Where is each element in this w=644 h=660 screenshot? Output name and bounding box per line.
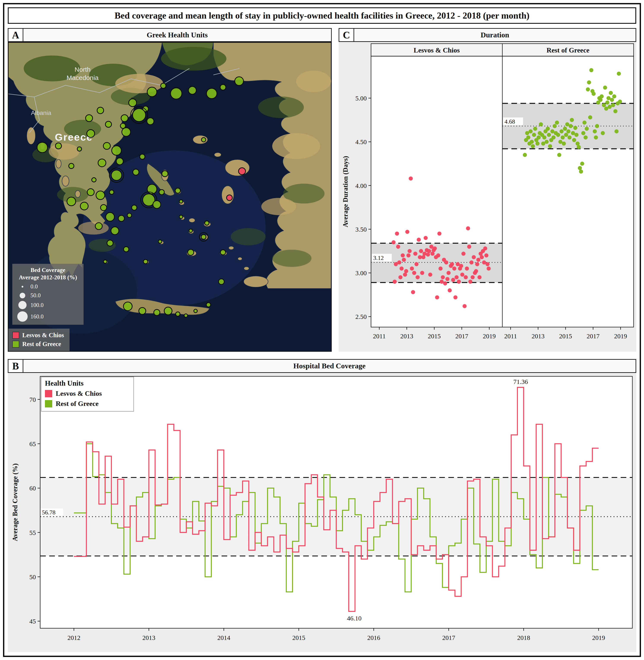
duration-point	[617, 71, 621, 76]
size-dot-2	[18, 301, 27, 309]
duration-point	[433, 246, 437, 250]
health-unit-bubble	[104, 260, 107, 263]
duration-point	[444, 260, 448, 265]
size-legend-row: 50.0	[15, 292, 82, 299]
duration-point	[452, 267, 456, 271]
duration-point	[424, 236, 428, 240]
duration-point	[588, 115, 592, 119]
health-unit-bubble	[133, 169, 139, 175]
health-unit-bubble	[153, 201, 161, 208]
size-label-0: 0.0	[30, 283, 38, 290]
duration-point	[451, 278, 455, 282]
duration-point	[615, 129, 619, 133]
rest-label: Rest of Greece	[22, 340, 61, 348]
size-dot-cell	[15, 293, 30, 298]
duration-point	[415, 275, 420, 279]
health-unit-bubble	[55, 143, 61, 149]
health-unit-bubble	[189, 229, 192, 232]
health-unit-bubble	[227, 195, 232, 201]
duration-point	[564, 133, 568, 137]
x-tick-label: 2016	[367, 634, 380, 641]
legend-row-lesvos: Lesvos & Chios	[45, 389, 129, 397]
duration-point	[555, 120, 559, 124]
health-unit-bubble	[170, 88, 182, 99]
health-unit-bubble	[184, 314, 188, 317]
y-tick-label: 3.50	[355, 226, 367, 233]
x-tick-label: 2018	[517, 634, 530, 641]
duration-point	[581, 131, 585, 135]
size-legend-title-2: Average 2012-2018 (%)	[15, 274, 82, 281]
x-tick-label: 2017	[586, 333, 599, 340]
duration-point	[441, 275, 445, 279]
health-unit-bubble	[176, 312, 180, 316]
x-tick-label: 2011	[373, 333, 386, 340]
health-unit-bubble	[161, 83, 166, 88]
bubble-size-legend: Bed Coverage Average 2012-2018 (%) 0.0 5…	[12, 264, 84, 325]
health-unit-bubble	[143, 259, 148, 264]
duration-point	[553, 124, 557, 128]
health-unit-bubble	[118, 215, 124, 222]
duration-point	[455, 275, 459, 279]
legend-row-lesvos: Lesvos & Chios	[12, 332, 64, 339]
health-unit-bubble	[69, 163, 74, 168]
duration-point	[484, 253, 488, 257]
figure-title: Bed coverage and mean length of stay in …	[8, 7, 636, 24]
mean-label: 3.12	[373, 254, 384, 261]
duration-point	[613, 109, 617, 113]
duration-point	[404, 269, 408, 273]
size-legend-row: 0.0	[15, 283, 82, 290]
health-unit-bubble	[106, 212, 114, 221]
duration-point	[468, 279, 472, 284]
mean-label: 56.78	[42, 509, 55, 516]
duration-point	[592, 92, 596, 96]
health-unit-bubble	[116, 158, 123, 165]
duration-point	[546, 127, 550, 131]
duration-point	[463, 304, 467, 308]
label-north-macedonia-line1: North	[74, 66, 91, 73]
duration-point	[453, 295, 457, 299]
lesvos-label: Lesvos & Chios	[56, 389, 102, 397]
size-dot-0	[22, 286, 23, 288]
health-unit-bubble	[159, 190, 164, 195]
duration-svg: Lesvos & Chios3.1220112013201520172019Re…	[339, 42, 636, 352]
x-tick-label: 2019	[483, 333, 496, 340]
x-tick-label: 2019	[614, 333, 627, 340]
duration-point	[436, 253, 440, 257]
health-unit-bubble	[206, 303, 211, 307]
y-tick-label: 45	[29, 618, 36, 625]
x-tick-label: 2013	[400, 333, 413, 340]
duration-point	[552, 135, 556, 140]
mean-label: 4.68	[505, 118, 515, 125]
panel-bed-header: B Hospital Bed Coverage	[8, 359, 636, 373]
duration-point	[523, 153, 527, 157]
legend-title: Health Units	[45, 379, 129, 387]
health-unit-bubble	[77, 147, 82, 151]
duration-point	[609, 91, 613, 95]
duration-point	[408, 249, 412, 253]
y-tick-label: 2.50	[355, 313, 367, 320]
health-unit-bubble	[112, 146, 121, 155]
duration-point	[392, 240, 396, 244]
map-title: Greek Health Units	[23, 28, 332, 42]
label-north-macedonia-line2: Macedonia	[67, 74, 98, 81]
x-tick-label: 2012	[67, 634, 80, 641]
duration-point	[421, 255, 426, 259]
size-dot-3	[17, 311, 28, 322]
duration-point	[459, 264, 463, 268]
x-tick-label: 2015	[559, 333, 572, 340]
duration-point	[460, 273, 464, 277]
duration-point	[570, 118, 574, 122]
duration-point	[413, 252, 417, 256]
duration-point	[399, 267, 404, 271]
lesvos-swatch	[12, 332, 19, 339]
y-tick-label: 5.00	[355, 95, 367, 102]
panel-duration: C Duration Lesvos & Chios3.1220112013201…	[339, 28, 636, 352]
duration-point	[605, 100, 610, 105]
x-tick-label: 2019	[592, 634, 605, 641]
duration-point	[548, 144, 552, 148]
duration-point	[435, 295, 439, 299]
health-unit-bubble	[104, 142, 110, 149]
duration-plot: Lesvos & Chios3.1220112013201520172019Re…	[355, 44, 634, 340]
duration-point	[595, 124, 599, 128]
duration-point	[437, 232, 441, 236]
